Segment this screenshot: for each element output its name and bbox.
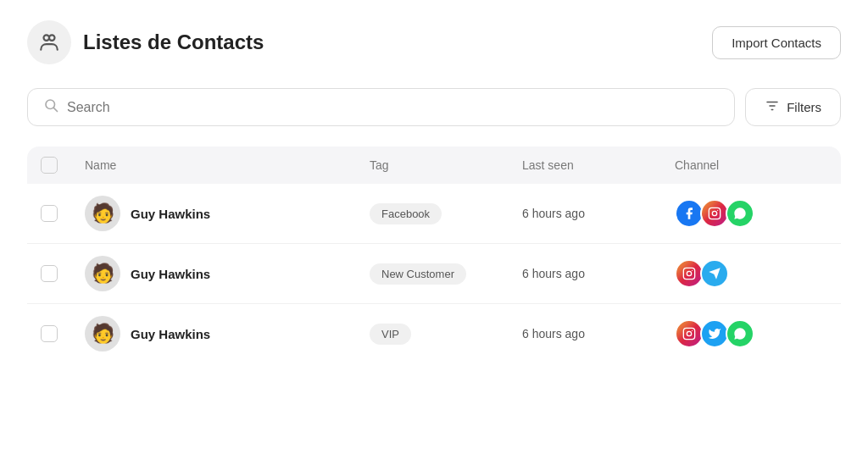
- table-row[interactable]: 🧑 Guy Hawkins New Customer6 hours ago: [27, 244, 841, 304]
- instagram-channel-icon: [675, 319, 704, 348]
- whatsapp-channel-icon: [726, 199, 754, 228]
- avatar: 🧑: [85, 316, 120, 351]
- logo-icon: [27, 20, 71, 64]
- column-channel: Channel: [675, 158, 827, 172]
- last-seen-text: 6 hours ago: [522, 207, 585, 220]
- channel-icons: [675, 259, 827, 288]
- svg-point-1: [49, 35, 55, 41]
- contacts-table: Name Tag Last seen Channel 🧑 Guy Hawkins…: [27, 147, 841, 363]
- channel-icons: [675, 319, 827, 348]
- svg-point-14: [687, 331, 691, 335]
- search-container: [27, 88, 735, 126]
- search-input[interactable]: [67, 100, 719, 115]
- tag-cell: VIP: [370, 324, 522, 345]
- contact-name: Guy Hawkins: [131, 207, 210, 221]
- name-cell: 🧑 Guy Hawkins: [85, 256, 370, 291]
- contact-name: Guy Hawkins: [131, 267, 210, 281]
- row-checkbox[interactable]: [41, 325, 58, 342]
- svg-point-11: [687, 271, 691, 275]
- filters-label: Filters: [787, 100, 821, 114]
- instagram-channel-icon: [700, 199, 729, 228]
- column-tag: Tag: [370, 158, 522, 172]
- tag-badge: VIP: [370, 324, 411, 345]
- last-seen-text: 6 hours ago: [522, 267, 585, 280]
- import-contacts-button[interactable]: Import Contacts: [712, 26, 841, 59]
- header-left: Listes de Contacts: [27, 20, 264, 64]
- svg-point-15: [692, 330, 693, 331]
- tag-cell: New Customer: [370, 263, 522, 285]
- column-name: Name: [85, 158, 370, 172]
- svg-line-3: [53, 108, 57, 111]
- last-seen-cell: 6 hours ago: [522, 206, 675, 221]
- filters-icon: [765, 98, 780, 116]
- table-row[interactable]: 🧑 Guy Hawkins Facebook6 hours ago: [27, 184, 841, 244]
- avatar: 🧑: [85, 256, 120, 291]
- svg-rect-10: [683, 268, 694, 279]
- last-seen-text: 6 hours ago: [522, 327, 585, 340]
- tag-badge: Facebook: [370, 203, 442, 224]
- tag-cell: Facebook: [370, 203, 522, 224]
- page-header: Listes de Contacts Import Contacts: [27, 20, 841, 64]
- search-icon: [43, 97, 58, 117]
- tag-badge: New Customer: [370, 263, 466, 285]
- select-all-checkbox[interactable]: [41, 157, 58, 174]
- last-seen-cell: 6 hours ago: [522, 266, 675, 281]
- row-checkbox[interactable]: [41, 205, 58, 222]
- telegram-channel-icon: [700, 259, 729, 288]
- filters-button[interactable]: Filters: [745, 88, 841, 126]
- whatsapp-channel-icon: [726, 319, 754, 348]
- search-bar-row: Filters: [27, 88, 841, 126]
- channel-icons: [675, 199, 827, 228]
- name-cell: 🧑 Guy Hawkins: [85, 196, 370, 231]
- table-row[interactable]: 🧑 Guy Hawkins VIP6 hours ago: [27, 304, 841, 363]
- table-header: Name Tag Last seen Channel: [27, 147, 841, 184]
- instagram-channel-icon: [675, 259, 704, 288]
- contact-name: Guy Hawkins: [131, 327, 210, 341]
- svg-point-8: [712, 211, 716, 215]
- svg-rect-7: [709, 208, 720, 219]
- row-checkbox[interactable]: [41, 265, 58, 282]
- facebook-channel-icon: [675, 199, 704, 228]
- name-cell: 🧑 Guy Hawkins: [85, 316, 370, 351]
- svg-rect-13: [683, 328, 694, 339]
- avatar: 🧑: [85, 196, 120, 231]
- svg-point-12: [692, 270, 693, 271]
- table-body: 🧑 Guy Hawkins Facebook6 hours ago 🧑 Guy …: [27, 184, 841, 363]
- page-title: Listes de Contacts: [83, 30, 264, 54]
- column-last-seen: Last seen: [522, 158, 675, 172]
- svg-point-9: [717, 210, 718, 211]
- last-seen-cell: 6 hours ago: [522, 326, 675, 341]
- twitter-channel-icon: [700, 319, 729, 348]
